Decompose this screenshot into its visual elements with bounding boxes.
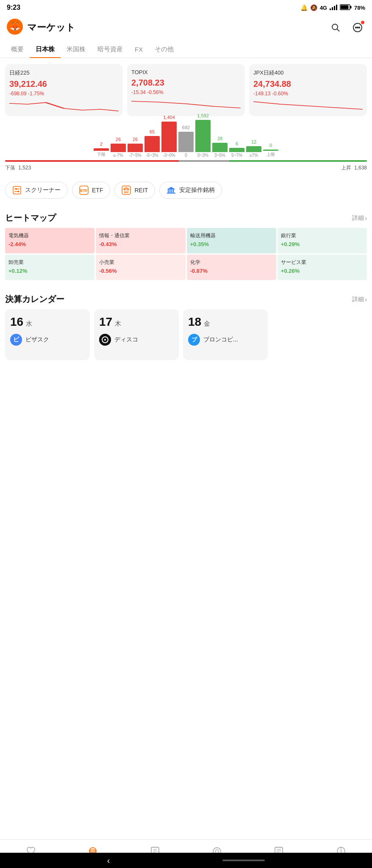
dist-bar-10 [263,150,278,151]
progress-red [5,160,179,162]
tab-other[interactable]: その他 [149,41,180,58]
dist-bar-5 [178,132,194,152]
svg-point-18 [15,188,17,190]
heatmap-cell-0[interactable]: 電気機器 -2.44% [5,228,94,253]
dist-bar-4 [161,122,177,152]
cal-date-17: 17 木 [99,315,174,329]
svg-rect-5 [350,6,351,8]
dist-col-0: 2 下限 [94,141,109,158]
heatmap-cell-2[interactable]: 輸送用機器 +0.35% [187,228,276,253]
topix-change: -15.34 -0.56% [131,89,241,95]
header-left: 🦊 マーケット [7,19,75,36]
bank-icon [167,186,176,195]
back-button[interactable]: ‹ [107,856,110,865]
cell-0-name: 電気機器 [8,232,91,239]
nikkei-value: 39,212.46 [9,79,119,89]
market-card-nikkei[interactable]: 日経225 39,212.46 -698.09 -1.75% [5,64,123,116]
screener-button[interactable]: スクリーナー [5,182,68,199]
notification-dot [361,21,364,24]
heatmap-cell-3[interactable]: 銀行業 +0.29% [278,228,367,253]
calendar-card-17[interactable]: 17 木 ディスコ [94,309,179,360]
search-button[interactable] [328,20,343,35]
dist-col-8: 6 5~7% [229,141,244,158]
tab-us[interactable]: 米国株 [61,41,92,58]
cell-2-name: 輸送用機器 [190,232,273,239]
signal-label: 4G [320,5,327,11]
heatmap-header: ヒートマップ 詳細 › [0,205,372,228]
home-pill[interactable] [222,860,265,861]
header-title: マーケット [27,21,75,34]
svg-rect-29 [173,189,174,193]
tab-japan[interactable]: 日本株 [30,41,61,58]
heatmap-cell-1[interactable]: 情報・通信業 -0.43% [96,228,185,253]
dist-col-9: 12 ≥7% [246,139,261,158]
svg-rect-26 [168,189,169,193]
battery-pct: 78% [354,5,365,11]
heatmap-detail-button[interactable]: 詳細 › [352,214,367,222]
cal-item-disco: ディスコ [99,334,174,346]
market-card-jpx400[interactable]: JPX日経400 24,734.88 -149.13 -0.60% [249,64,367,116]
filter-icon [12,186,22,195]
mute-icon: 🔕 [310,4,317,11]
stabilize-button[interactable]: 安定操作銘柄 [159,182,222,199]
dist-col-1: 26 ≤-7% [111,137,126,158]
calendar-section: 決算カレンダー 詳細 › 16 水 ビ ビザスク 17 木 [0,287,372,367]
quick-buttons: スクリーナー ETF ETF REIT [0,177,372,205]
header: 🦊 マーケット [0,15,372,41]
heatmap-cell-6[interactable]: 化学 -0.87% [187,255,276,280]
cal-item-bizask: ビ ビザスク [10,334,85,346]
cell-3-name: 銀行業 [281,232,364,239]
bizask-logo: ビ [10,334,22,346]
dist-col-10: 0 上限 [263,143,278,158]
cell-4-name: 卸売業 [8,259,91,266]
jpx400-title: JPX日経400 [253,69,363,77]
app-logo: 🦊 [7,19,23,36]
calendar-card-16[interactable]: 16 水 ビ ビザスク [5,309,90,360]
tab-crypto[interactable]: 暗号資産 [92,41,129,58]
svg-text:🦊: 🦊 [10,21,20,31]
heatmap-cell-5[interactable]: 小売業 -0.56% [96,255,185,280]
svg-point-12 [355,27,356,28]
calendar-card-18[interactable]: 18 金 ブ ブロンコビ... [183,309,268,360]
heatmap-grid: 電気機器 -2.44% 情報・通信業 -0.43% 輸送用機器 +0.35% 銀… [0,228,372,287]
cell-7-value: +0.26% [281,268,364,274]
status-time: 9:23 [7,4,20,11]
svg-rect-2 [334,6,335,10]
building-icon [122,186,131,195]
cell-7-name: サービス業 [281,259,364,266]
cell-1-name: 情報・通信業 [99,232,182,239]
disco-logo [99,334,111,346]
heatmap-cell-4[interactable]: 卸売業 +0.12% [5,255,94,280]
etf-label: ETF [92,187,103,194]
heatmap-cell-7[interactable]: サービス業 +0.26% [278,255,367,280]
tab-overview[interactable]: 概要 [5,41,30,58]
tab-fx[interactable]: FX [129,42,149,57]
dist-col-4: 1,404 -3~0% [161,115,177,158]
cell-6-value: -0.87% [190,268,273,274]
cell-6-name: 化学 [190,259,273,266]
svg-rect-24 [125,191,127,193]
reit-button[interactable]: REIT [114,182,155,199]
cell-5-value: -0.56% [99,268,182,274]
cell-5-name: 小売業 [99,259,182,266]
etf-button[interactable]: ETF ETF [72,182,110,199]
market-card-topix[interactable]: TOPIX 2,708.23 -15.34 -0.56% [127,64,245,116]
distribution-progress [5,160,367,162]
jpx400-value: 24,734.88 [253,79,363,89]
calendar-detail-button[interactable]: 詳細 › [352,296,367,303]
svg-marker-30 [167,187,175,189]
cal-item-bronco: ブ ブロンコビ... [188,334,263,346]
header-right [328,20,365,35]
stabilize-label: 安定操作銘柄 [179,186,215,194]
calendar-cards: 16 水 ビ ビザスク 17 木 [0,309,372,367]
falling-label: 下落 1,523 [5,164,31,172]
heatmap-title: ヒートマップ [5,212,56,224]
jpx400-change: -149.13 -0.60% [253,91,363,97]
dist-col-7: 28 3~5% [212,136,228,158]
svg-rect-6 [340,5,348,9]
alarm-icon: 🔔 [300,4,308,11]
status-icons: 🔔 🔕 4G 78% [300,4,365,11]
menu-button[interactable] [350,20,365,35]
progress-gray [179,160,230,162]
progress-green [229,160,367,162]
